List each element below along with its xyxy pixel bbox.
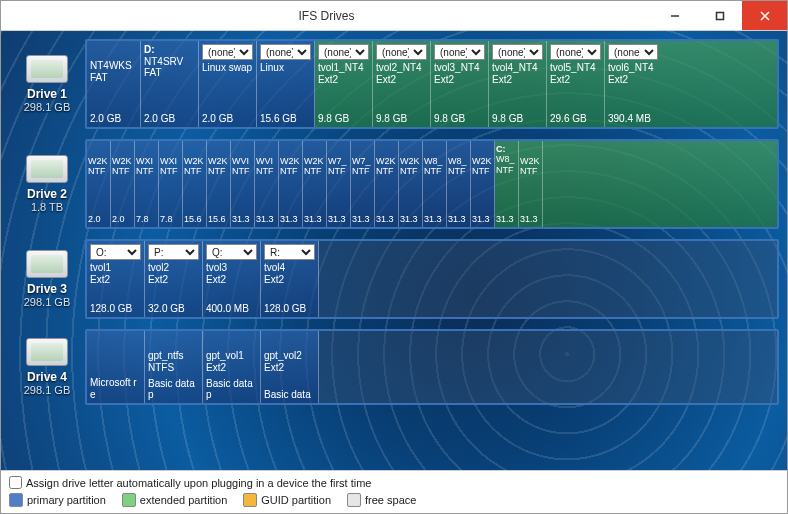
partition[interactable]: (none) Linux swap 2.0 GB — [199, 41, 257, 127]
partition[interactable]: WXINTF7.8 — [135, 141, 159, 227]
partition[interactable]: (none) tvol3_NT4 Ext2 9.8 GB — [431, 41, 489, 127]
partition[interactable]: O: tvol1 Ext2 128.0 GB — [87, 241, 145, 317]
partition[interactable]: gpt_ntfs NTFS Basic data p — [145, 331, 203, 403]
partition[interactable]: (none) tvol2_NT4 Ext2 9.8 GB — [373, 41, 431, 127]
partition[interactable]: gpt_vol1 Ext2 Basic data p — [203, 331, 261, 403]
drive-row-4: Drive 4 298.1 GB Microsoft re gpt_ntfs N… — [9, 329, 779, 405]
legend-guid: GUID partition — [243, 493, 331, 507]
partition[interactable]: W2KNTF31.3 — [471, 141, 495, 227]
free-space-extended — [543, 141, 777, 227]
drive4-partitions: Microsoft re gpt_ntfs NTFS Basic data p … — [85, 329, 779, 405]
drive-label: Drive 3 298.1 GB — [9, 239, 85, 319]
drive-letter-select[interactable]: Q: — [206, 244, 257, 260]
partition[interactable]: W2KNTF31.3 — [279, 141, 303, 227]
legend-primary: primary partition — [9, 493, 106, 507]
partition[interactable]: gpt_vol2 Ext2 Basic data — [261, 331, 319, 403]
drive-letter-select[interactable]: (none) — [492, 44, 543, 60]
partition[interactable]: R: tvol4 Ext2 128.0 GB — [261, 241, 319, 317]
content-area: Drive 1 298.1 GB NT4WKS FAT 2.0 GB D: NT… — [1, 31, 787, 470]
drive-letter-select[interactable]: (none) — [376, 44, 427, 60]
drive-letter-select[interactable]: P: — [148, 244, 199, 260]
hdd-icon — [26, 338, 68, 366]
partition[interactable]: D: NT4SRV FAT 2.0 GB — [141, 41, 199, 127]
partition[interactable]: W2KNTF31.3 — [519, 141, 543, 227]
drive-letter-select[interactable]: R: — [264, 244, 315, 260]
drive-name: Drive 4 — [27, 370, 67, 384]
partition[interactable]: W2KNTF31.3 — [303, 141, 327, 227]
partition[interactable]: W2KNTF15.6 — [183, 141, 207, 227]
close-button[interactable] — [742, 1, 787, 30]
partition[interactable]: WVINTF31.3 — [231, 141, 255, 227]
partition[interactable]: W2KNTF31.3 — [399, 141, 423, 227]
maximize-button[interactable] — [697, 1, 742, 30]
drive-letter-select[interactable]: (none) — [434, 44, 485, 60]
partition[interactable]: Q: tvol3 Ext2 400.0 MB — [203, 241, 261, 317]
partition[interactable]: W2KNTF31.3 — [375, 141, 399, 227]
partition[interactable]: (none) tvol4_NT4 Ext2 9.8 GB — [489, 41, 547, 127]
drive-row-1: Drive 1 298.1 GB NT4WKS FAT 2.0 GB D: NT… — [9, 39, 779, 129]
auto-assign-checkbox[interactable] — [9, 476, 22, 489]
swatch-icon — [243, 493, 257, 507]
partition[interactable]: (none) Linux 15.6 GB — [257, 41, 315, 127]
partition[interactable]: W2KNTF2.0 — [111, 141, 135, 227]
drive-letter-select[interactable]: (none) — [202, 44, 253, 60]
footer: Assign drive letter automatically upon p… — [1, 470, 787, 513]
titlebar: IFS Drives — [1, 1, 787, 31]
drive1-partitions: NT4WKS FAT 2.0 GB D: NT4SRV FAT 2.0 GB (… — [85, 39, 779, 129]
swatch-icon — [122, 493, 136, 507]
drive-letter-select[interactable]: (none) — [550, 44, 601, 60]
hdd-icon — [26, 55, 68, 83]
partition[interactable]: P: tvol2 Ext2 32.0 GB — [145, 241, 203, 317]
partition[interactable]: (none) tvol6_NT4 Ext2 390.4 MB — [605, 41, 777, 127]
app-window: IFS Drives Drive 1 298.1 GB NT4WKS — [0, 0, 788, 514]
drive-letter-select[interactable]: (none) — [318, 44, 369, 60]
partition[interactable]: NT4WKS FAT 2.0 GB — [87, 41, 141, 127]
auto-assign-label: Assign drive letter automatically upon p… — [26, 477, 371, 489]
window-buttons — [652, 1, 787, 30]
swatch-icon — [9, 493, 23, 507]
partition[interactable]: W8_NTF31.3 — [447, 141, 471, 227]
free-space — [319, 331, 777, 403]
drive-letter-select[interactable]: O: — [90, 244, 141, 260]
partition[interactable]: (none) tvol5_NT4 Ext2 29.6 GB — [547, 41, 605, 127]
drive-name: Drive 1 — [27, 87, 67, 101]
swatch-icon — [347, 493, 361, 507]
drive2-partitions: W2KNTF2.0W2KNTF2.0WXINTF7.8WXINTF7.8W2KN… — [85, 139, 779, 229]
free-space — [319, 241, 777, 317]
drive-name: Drive 3 — [27, 282, 67, 296]
partition[interactable]: W7_NTF31.3 — [351, 141, 375, 227]
partition[interactable]: (none) tvol1_NT4 Ext2 9.8 GB — [315, 41, 373, 127]
drive-label: Drive 1 298.1 GB — [9, 39, 85, 129]
drive-label: Drive 4 298.1 GB — [9, 329, 85, 405]
drive-name: Drive 2 — [27, 187, 67, 201]
hdd-icon — [26, 250, 68, 278]
drive-label: Drive 2 1.8 TB — [9, 139, 85, 229]
partition[interactable]: C:W8_NTF31.3 — [495, 141, 519, 227]
partition[interactable]: WXINTF7.8 — [159, 141, 183, 227]
legend-free: free space — [347, 493, 416, 507]
drive3-partitions: O: tvol1 Ext2 128.0 GB P: tvol2 Ext2 32.… — [85, 239, 779, 319]
partition[interactable]: W8_NTF31.3 — [423, 141, 447, 227]
svg-rect-1 — [716, 12, 723, 19]
drive-row-3: Drive 3 298.1 GB O: tvol1 Ext2 128.0 GB … — [9, 239, 779, 319]
drive-list: Drive 1 298.1 GB NT4WKS FAT 2.0 GB D: NT… — [9, 39, 779, 405]
drive-letter-select[interactable]: (none) — [608, 44, 658, 60]
hdd-icon — [26, 155, 68, 183]
partition[interactable]: Microsoft re — [87, 331, 145, 403]
drive-size: 298.1 GB — [24, 101, 70, 113]
drive-row-2: Drive 2 1.8 TB W2KNTF2.0W2KNTF2.0WXINTF7… — [9, 139, 779, 229]
partition[interactable]: W7_NTF31.3 — [327, 141, 351, 227]
partition[interactable]: W2KNTF15.6 — [207, 141, 231, 227]
legend-extended: extended partition — [122, 493, 227, 507]
partition[interactable]: WVINTF31.3 — [255, 141, 279, 227]
drive-size: 1.8 TB — [31, 201, 63, 213]
partition[interactable]: W2KNTF2.0 — [87, 141, 111, 227]
drive-letter-select[interactable]: (none) — [260, 44, 311, 60]
minimize-button[interactable] — [652, 1, 697, 30]
drive-size: 298.1 GB — [24, 384, 70, 396]
window-title: IFS Drives — [1, 9, 652, 23]
drive-size: 298.1 GB — [24, 296, 70, 308]
